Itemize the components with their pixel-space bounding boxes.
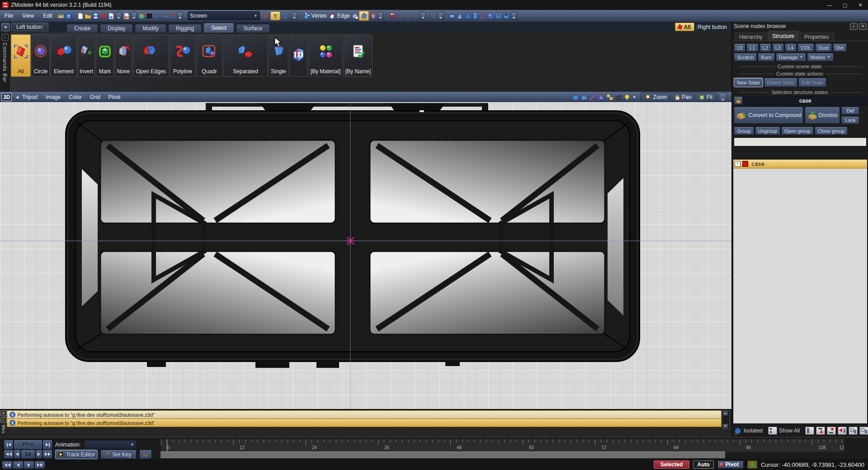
viewport-collapse-icon[interactable]: ◀ xyxy=(15,95,19,99)
isolated-label[interactable]: Isolated xyxy=(744,428,763,434)
status-back-button[interactable] xyxy=(13,461,24,469)
open-file-icon[interactable] xyxy=(85,13,91,19)
message-row-selected[interactable]: i Performing autosave to "g:\five dev st… xyxy=(7,418,722,427)
save-icon[interactable] xyxy=(92,13,99,19)
snap-dropdown[interactable]: ▼ xyxy=(420,12,426,20)
select-separated-button[interactable]: Separated xyxy=(223,34,268,77)
isolated-cube-icon[interactable] xyxy=(734,427,742,435)
snap-grid-icon[interactable] xyxy=(429,13,436,19)
move-down-icon[interactable] xyxy=(827,427,836,435)
snap-magnet-icon[interactable] xyxy=(389,13,396,19)
viewport-view-button[interactable]: 3D xyxy=(1,93,12,101)
new-state-button[interactable]: New State xyxy=(734,78,763,87)
edge-mode-label[interactable]: Edge xyxy=(337,13,350,19)
lock-button[interactable]: Lock xyxy=(841,116,859,124)
open-group-button[interactable]: Open group xyxy=(781,127,814,135)
status-rewind-button[interactable] xyxy=(2,461,13,469)
selection-state-name[interactable]: case xyxy=(744,96,867,105)
axis-dropdown[interactable]: ▼ xyxy=(292,12,297,20)
expand-all-icon[interactable]: + xyxy=(849,427,858,435)
object-mode-icon[interactable] xyxy=(369,13,376,19)
axis-x-button[interactable]: X xyxy=(260,12,269,20)
select-single-button[interactable]: Single xyxy=(269,34,288,77)
scroll-down-icon[interactable]: ▼ xyxy=(723,424,728,428)
primitive-cone-icon[interactable] xyxy=(457,13,463,19)
tab-create[interactable]: Create xyxy=(66,24,98,33)
face-mode-icon[interactable] xyxy=(352,13,359,19)
primitive-torus-icon[interactable] xyxy=(495,13,502,19)
zoom-button[interactable]: Zoom xyxy=(642,94,671,100)
primitives-dropdown[interactable]: ▼ xyxy=(511,12,517,20)
axis-z-button[interactable]: Z xyxy=(281,12,290,20)
select-quadr-button[interactable]: Quadr xyxy=(196,34,222,77)
clapper-icon[interactable] xyxy=(615,94,622,101)
lod-l4-button[interactable]: L4 xyxy=(785,43,797,52)
fx-scratch-button[interactable]: Scratch xyxy=(734,53,757,61)
axis-y-button[interactable]: Y xyxy=(270,11,280,20)
import-dropdown[interactable]: ▼ xyxy=(131,12,137,20)
snap-vertex-icon[interactable] xyxy=(396,13,403,19)
tab-hierarchy[interactable]: Hierarchy xyxy=(735,33,767,41)
select-circle-button[interactable]: Circle xyxy=(32,34,50,77)
track-editor-button[interactable]: Track Editor xyxy=(55,450,98,459)
lod-l1-button[interactable]: L1 xyxy=(746,43,758,52)
viewport-menu-tripod[interactable]: Tripod xyxy=(22,94,38,100)
hotkeys-icon[interactable] xyxy=(57,13,64,19)
pivot-button[interactable]: Pivot xyxy=(717,461,744,469)
fit-button[interactable]: Fit xyxy=(695,94,716,100)
toolbar-more-dropdown[interactable]: ▼ xyxy=(177,12,183,20)
set-key-button[interactable]: Set Key xyxy=(100,450,137,459)
show-all-label[interactable]: Show All xyxy=(779,428,800,434)
panel-pin-icon[interactable]: ⟟ xyxy=(850,23,858,30)
select-element-button[interactable]: Element xyxy=(51,34,77,77)
lod-l2-button[interactable]: L2 xyxy=(760,43,771,52)
tab-surface[interactable]: Surface xyxy=(236,24,270,33)
export-icon[interactable] xyxy=(108,13,114,19)
viewport-menu-color[interactable]: Color xyxy=(69,94,82,100)
undo-icon[interactable] xyxy=(154,13,160,19)
edge-mode-icon[interactable] xyxy=(329,13,335,19)
select-all-button[interactable]: All xyxy=(11,34,31,77)
tab-rigging[interactable]: Rigging xyxy=(168,24,202,33)
new-file-icon[interactable] xyxy=(77,13,84,19)
show-all-toggle-icon[interactable] xyxy=(768,427,777,435)
cone-display-icon[interactable] xyxy=(598,94,605,101)
viewport-3d[interactable] xyxy=(0,102,731,409)
reorder-icon[interactable] xyxy=(838,427,847,435)
minimize-button[interactable]: — xyxy=(822,0,837,10)
del-button[interactable]: Del xyxy=(841,107,859,115)
lod-l0-button[interactable]: L0 xyxy=(734,43,745,52)
fx-motion-button[interactable]: Motion▼ xyxy=(807,53,834,61)
messages-pin-icon[interactable]: ⟟ xyxy=(0,417,7,423)
tab-structure[interactable]: Structure xyxy=(768,31,799,41)
select-open-edges-button[interactable]: Open Edges xyxy=(133,34,169,77)
shaded-box-icon[interactable] xyxy=(572,94,579,101)
maximize-button[interactable]: ▢ xyxy=(837,0,853,10)
lod-l3-button[interactable]: L3 xyxy=(772,43,784,52)
auto-button[interactable]: Auto xyxy=(693,461,713,469)
delete-state-button[interactable]: Delete State xyxy=(764,78,798,87)
scene-tree-list[interactable]: + case xyxy=(733,159,868,424)
fx-damage-button[interactable]: Damage▼ xyxy=(776,53,807,61)
rewind-button[interactable] xyxy=(4,450,14,459)
expand-icon[interactable]: + xyxy=(735,161,741,167)
redo-icon[interactable] xyxy=(161,13,168,19)
convert-to-compound-button[interactable]: Convert to Compound xyxy=(734,107,803,124)
wire-box-icon[interactable] xyxy=(580,94,588,101)
right-button-all[interactable]: All xyxy=(675,23,694,31)
primitive-cube-icon[interactable] xyxy=(464,13,471,19)
group-button[interactable]: Group xyxy=(734,127,754,135)
menu-edit[interactable]: Edit xyxy=(38,13,57,19)
import-icon[interactable] xyxy=(123,13,130,19)
pan-button[interactable]: Pan xyxy=(670,94,695,100)
tree-row-case[interactable]: + case xyxy=(733,160,867,169)
scroll-up-icon[interactable]: ▲ xyxy=(723,411,728,416)
lod-dirt-button[interactable]: Dirt xyxy=(833,43,847,52)
help-icon[interactable]: ? xyxy=(65,13,72,19)
snap-edge-icon[interactable] xyxy=(404,13,411,19)
delete-icon[interactable] xyxy=(100,13,107,19)
go-end-button[interactable] xyxy=(42,440,52,450)
render-icon[interactable] xyxy=(138,13,145,19)
playhead[interactable] xyxy=(167,439,167,452)
primitive-tube-icon[interactable] xyxy=(503,13,509,19)
